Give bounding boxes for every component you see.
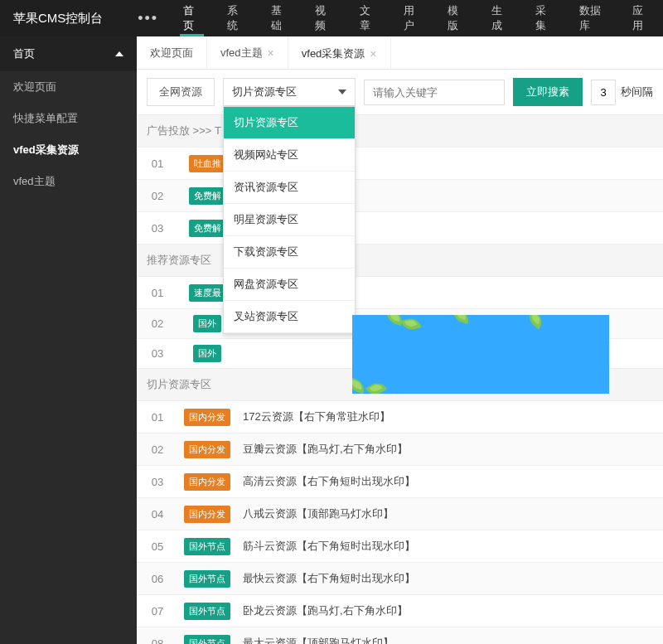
tab[interactable]: vfed采集资源× — [288, 36, 391, 69]
topnav-item[interactable]: 用户 — [390, 0, 434, 36]
search-button[interactable]: 立即搜素 — [513, 78, 583, 106]
table-row[interactable]: 04国内分发八戒云资源【顶部跑马灯水印】 — [137, 498, 663, 530]
dropdown-option[interactable]: 下载资源专区 — [224, 236, 355, 269]
table-row[interactable]: 03国内分发高清云资源【右下角短时出现水印】 — [137, 466, 663, 498]
row-name: 筋斗云资源【右下角短时出现水印】 — [236, 530, 663, 562]
dropdown-menu: 切片资源专区视频网站专区资讯资源专区明星资源专区下载资源专区网盘资源专区叉站资源… — [223, 106, 356, 334]
topnav-item[interactable]: 文章 — [346, 0, 390, 36]
status-badge: 国外节点 — [184, 538, 230, 555]
topnav-item[interactable]: 首页 — [170, 0, 214, 36]
interval-wrap: 秒间隔 — [591, 80, 653, 105]
dropdown-option[interactable]: 资讯资源专区 — [224, 172, 355, 204]
section-header: 广告投放 >>> T — [137, 115, 663, 148]
close-icon[interactable]: × — [370, 47, 376, 61]
table-row[interactable]: 08国外节点最大云资源【顶部跑马灯水印】 — [137, 627, 663, 644]
row-number: 01 — [137, 149, 178, 178]
table-row[interactable]: 05国外节点筋斗云资源【右下角短时出现水印】 — [137, 530, 663, 563]
row-tag-cell: 国内分发 — [178, 441, 236, 458]
category-dropdown[interactable]: 切片资源专区 切片资源专区视频网站专区资讯资源专区明星资源专区下载资源专区网盘资… — [223, 78, 356, 106]
row-number: 05 — [137, 532, 178, 561]
topnav-item[interactable]: 基础 — [258, 0, 302, 36]
table-row[interactable]: 01国内分发172云资源【右下角常驻水印】 — [137, 401, 663, 433]
close-icon[interactable]: × — [268, 46, 274, 60]
caret-up-icon — [115, 51, 123, 56]
topnav-item[interactable]: 数据库 — [566, 0, 619, 36]
row-tag-cell: 国外节点 — [178, 603, 236, 620]
table-row[interactable]: 01吐血推o://vfed.cc】 — [137, 148, 663, 180]
row-tag-cell: 国外节点 — [178, 635, 236, 645]
status-badge: 免费解 — [189, 220, 226, 237]
status-badge: 国外节点 — [184, 603, 230, 620]
caret-down-icon — [338, 90, 346, 94]
status-badge: 国内分发 — [184, 441, 230, 458]
tab-label: vfed采集资源 — [302, 46, 365, 61]
row-tag-cell: 国外节点 — [178, 570, 236, 588]
table-row[interactable]: 01速度最原】 — [137, 277, 663, 309]
sidebar-item[interactable]: vfed采集资源 — [0, 134, 137, 166]
section-header: 推荐资源专区 — [137, 245, 663, 277]
tab-label: vfed主题 — [220, 46, 263, 61]
table-row[interactable]: 02国内分发豆瓣云资源【跑马灯,右下角水印】 — [137, 433, 663, 466]
row-number: 02 — [137, 435, 178, 464]
sidebar-header-label: 首页 — [13, 46, 35, 61]
row-number: 03 — [137, 214, 178, 243]
status-badge: 速度最 — [189, 284, 226, 302]
dropdown-option[interactable]: 明星资源专区 — [224, 204, 355, 236]
topnav-item[interactable]: 应用 — [619, 0, 663, 36]
row-tag-cell: 国外节点 — [178, 538, 236, 555]
table-row[interactable]: 06国外节点最快云资源【右下角短时出现水印】 — [137, 563, 663, 595]
topnav-item[interactable]: 视频 — [302, 0, 346, 36]
topnav-item[interactable]: 系统 — [214, 0, 258, 36]
row-number: 03 — [137, 467, 178, 496]
scope-label[interactable]: 全网资源 — [147, 78, 215, 106]
interval-input[interactable] — [591, 80, 616, 105]
dropdown-option[interactable]: 切片资源专区 — [224, 107, 355, 139]
top-nav: 首页系统基础视频文章用户模版生成采集数据库应用 — [170, 0, 663, 36]
sidebar-item[interactable]: 快捷菜单配置 — [0, 103, 137, 134]
status-badge: 国外 — [193, 345, 221, 362]
status-badge: 国外 — [193, 315, 221, 332]
row-number: 04 — [137, 500, 178, 529]
table-row[interactable]: 02免费解寺https】 — [137, 180, 663, 212]
tabs-bar: 欢迎页面vfed主题×vfed采集资源× — [137, 36, 663, 70]
row-name: 最大云资源【顶部跑马灯水印】 — [236, 627, 663, 644]
dropdown-toggle[interactable]: 切片资源专区 — [223, 78, 356, 106]
status-badge: 国内分发 — [184, 409, 230, 426]
dropdown-option[interactable]: 叉站资源专区 — [224, 301, 355, 333]
row-number: 02 — [137, 309, 178, 338]
row-name: 卧龙云资源【跑马灯,右下角水印】 — [236, 595, 663, 627]
row-number: 08 — [137, 629, 178, 645]
status-badge: 免费解 — [189, 187, 226, 205]
row-number: 07 — [137, 597, 178, 626]
dropdown-selected: 切片资源专区 — [232, 85, 297, 99]
row-tag-cell: 国外 — [178, 345, 236, 362]
row-number: 06 — [137, 564, 178, 593]
sidebar: 首页 欢迎页面快捷菜单配置vfed采集资源vfed主题 — [0, 36, 137, 644]
keyword-input[interactable] — [364, 80, 505, 105]
sidebar-header[interactable]: 首页 — [0, 36, 137, 71]
sidebar-item[interactable]: 欢迎页面 — [0, 71, 137, 103]
table-row[interactable]: 03免费解寺https】 — [137, 212, 663, 245]
topnav-item[interactable]: 采集 — [522, 0, 566, 36]
filter-bar: 全网资源 切片资源专区 切片资源专区视频网站专区资讯资源专区明星资源专区下载资源… — [137, 70, 663, 115]
tab[interactable]: vfed主题× — [207, 36, 288, 69]
tab-label: 欢迎页面 — [150, 46, 193, 61]
dropdown-option[interactable]: 网盘资源专区 — [224, 269, 355, 301]
more-icon[interactable]: ••• — [126, 10, 170, 27]
row-number: 03 — [137, 339, 178, 368]
dropdown-option[interactable]: 视频网站专区 — [224, 139, 355, 172]
brand-title: 苹果CMS控制台 — [0, 11, 126, 27]
topnav-item[interactable]: 模版 — [434, 0, 478, 36]
table-row[interactable]: 07国外节点卧龙云资源【跑马灯,右下角水印】 — [137, 595, 663, 627]
row-name: 豆瓣云资源【跑马灯,右下角水印】 — [236, 433, 663, 465]
row-name: 高清云资源【右下角短时出现水印】 — [236, 466, 663, 497]
status-badge: 国外节点 — [184, 570, 230, 588]
tab[interactable]: 欢迎页面 — [137, 36, 207, 69]
row-tag-cell: 国内分发 — [178, 506, 236, 523]
row-name: 172云资源【右下角常驻水印】 — [236, 401, 663, 433]
sidebar-item[interactable]: vfed主题 — [0, 166, 137, 197]
status-badge: 国外节点 — [184, 635, 230, 645]
row-tag-cell: 国内分发 — [178, 409, 236, 426]
topnav-item[interactable]: 生成 — [478, 0, 522, 36]
top-bar: 苹果CMS控制台 ••• 首页系统基础视频文章用户模版生成采集数据库应用 — [0, 0, 663, 36]
